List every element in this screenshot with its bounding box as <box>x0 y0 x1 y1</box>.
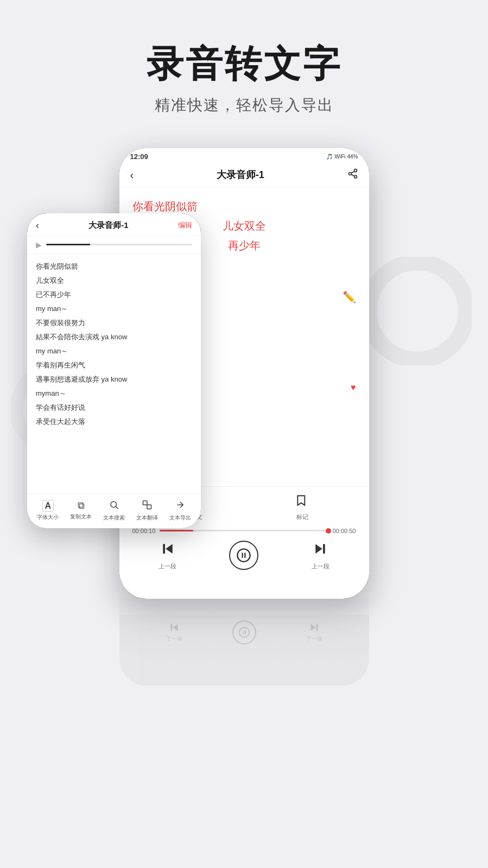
next-icon <box>312 541 328 561</box>
sec-lyric-1: 儿女双全 <box>36 274 192 288</box>
progress-track[interactable] <box>160 530 328 531</box>
svg-point-2 <box>354 169 357 172</box>
bluetooth-icon: 🎵 <box>326 154 333 160</box>
progress-fill <box>160 530 193 531</box>
toolbar-text-export[interactable]: 文本导出 <box>169 500 191 522</box>
toolbar-text-search[interactable]: 文本搜索 <box>103 500 125 522</box>
sec-lyric-6: my man～ <box>36 344 192 358</box>
svg-point-18 <box>111 502 117 508</box>
svg-point-13 <box>238 549 250 562</box>
sec-edit-btn[interactable]: 编辑 <box>178 220 192 230</box>
phone-area: 12:09 🎵 WiFi 44% ‹ 大录音师-1 <box>0 148 488 637</box>
sec-title: 大录音师-1 <box>88 220 128 231</box>
toolbar-copy-text[interactable]: ⧉ 复制文本 <box>70 500 92 522</box>
wifi-icon: WiFi <box>334 154 345 160</box>
svg-point-0 <box>369 262 466 360</box>
sub-title: 精准快速，轻松导入导出 <box>22 95 466 116</box>
sec-lyrics: 你看光阴似箭 儿女双全 已不再少年 my man～ 不要假裝很努力 結果不会陪你… <box>27 254 201 434</box>
copy-text-icon: ⧉ <box>78 500 85 511</box>
mark-btn[interactable]: 标记 <box>295 493 309 521</box>
prev-label: 上一段 <box>159 562 176 571</box>
svg-rect-17 <box>323 544 325 554</box>
prev-btn[interactable]: 上一段 <box>159 541 176 571</box>
main-title: 录音转文字 <box>22 43 466 84</box>
sec-audio-bar: ▶ <box>27 236 201 254</box>
next-label: 上一段 <box>312 562 329 571</box>
text-search-icon <box>109 500 119 512</box>
share-button[interactable] <box>347 168 358 182</box>
svg-line-6 <box>351 171 354 173</box>
sec-lyric-0: 你看光阴似箭 <box>36 259 192 274</box>
time-end: 00:00:50 <box>333 528 356 534</box>
reflect-prev-label: 下一辑 <box>166 635 182 643</box>
svg-rect-28 <box>316 624 318 631</box>
sec-header: ‹ 大录音师-1 编辑 <box>27 213 201 236</box>
heart-icon-main: ♥ <box>351 383 356 392</box>
progress-bar-row: 00:00:10 00:00:50 <box>132 528 356 534</box>
phone-secondary: ‹ 大录音师-1 编辑 ▶ 你看光阴似箭 儿女双全 已不再少年 my man～ … <box>27 213 201 528</box>
svg-rect-12 <box>163 544 165 554</box>
font-size-icon: A <box>42 500 54 512</box>
sec-lyric-3: my man～ <box>36 302 192 316</box>
text-translate-icon <box>142 500 152 512</box>
svg-rect-23 <box>170 624 172 631</box>
sec-back-btn[interactable]: ‹ <box>36 220 39 231</box>
bottom-reflection: 下一辑 下一辑 <box>0 615 488 686</box>
text-export-icon <box>175 500 185 512</box>
time-start: 00:00:10 <box>132 528 156 534</box>
play-pause-btn[interactable] <box>229 541 258 570</box>
sec-lyric-4: 不要假裝很努力 <box>36 316 192 330</box>
status-time: 12:09 <box>130 153 148 161</box>
svg-point-4 <box>354 175 357 178</box>
svg-rect-21 <box>147 505 151 509</box>
svg-line-19 <box>116 506 118 509</box>
sec-lyric-11: 承受住大起大落 <box>36 415 192 429</box>
sec-lyric-9: myman～ <box>36 387 192 401</box>
reflect-next-label: 下一辑 <box>306 635 322 643</box>
svg-marker-22 <box>173 624 178 631</box>
edit-icon[interactable]: ✏️ <box>343 290 356 303</box>
sec-lyric-8: 遇事别想逃避或放弃 ya know <box>36 372 192 387</box>
text-export-label: 文本导出 <box>169 514 191 522</box>
audio-play-icon[interactable]: ▶ <box>36 240 42 249</box>
prev-icon <box>160 541 176 561</box>
status-bar: 12:09 🎵 WiFi 44% <box>119 148 369 163</box>
svg-point-3 <box>348 172 351 175</box>
svg-rect-20 <box>143 500 147 505</box>
next-btn[interactable]: 上一段 <box>312 541 329 571</box>
sec-lyric-2: 已不再少年 <box>36 288 192 302</box>
sec-toolbar: A 字体大小 ⧉ 复制文本 文本搜索 <box>27 494 201 528</box>
battery-label: 44% <box>347 154 358 160</box>
progress-dot <box>326 528 331 534</box>
playback-controls: 上一段 <box>132 541 356 571</box>
phone-secondary-inner: ‹ 大录音师-1 编辑 ▶ 你看光阴似箭 儿女双全 已不再少年 my man～ … <box>27 213 201 528</box>
text-search-label: 文本搜索 <box>103 514 125 522</box>
audio-wave-track[interactable] <box>46 244 192 245</box>
status-icons: 🎵 WiFi 44% <box>326 154 358 160</box>
font-size-label: 字体大小 <box>37 514 59 521</box>
app-title-main: 大录音师-1 <box>217 168 264 181</box>
svg-marker-16 <box>316 544 323 554</box>
sec-lyric-5: 結果不会陪你去演戏 ya know <box>36 330 192 344</box>
text-translate-label: 文本翻译 <box>136 514 158 522</box>
toolbar-text-translate[interactable]: 文本翻译 <box>136 500 158 522</box>
app-header-main: ‹ 大录音师-1 <box>119 163 369 188</box>
svg-marker-27 <box>310 624 315 631</box>
back-button-main[interactable]: ‹ <box>130 169 134 181</box>
header-section: 录音转文字 精准快速，轻松导入导出 <box>0 0 488 137</box>
svg-marker-11 <box>166 544 173 554</box>
sec-lyric-7: 学着别再生闲气 <box>36 358 192 372</box>
toolbar-font-size[interactable]: A 字体大小 <box>37 500 59 522</box>
sec-lyric-10: 学会有话好好说 <box>36 401 192 415</box>
copy-text-label: 复制文本 <box>70 513 92 521</box>
svg-point-24 <box>239 628 249 637</box>
reflect-play-btn <box>232 620 256 644</box>
mark-label: 标记 <box>296 513 308 521</box>
mark-icon <box>295 493 309 511</box>
svg-line-5 <box>351 174 354 176</box>
deco-circle-right <box>363 257 472 365</box>
